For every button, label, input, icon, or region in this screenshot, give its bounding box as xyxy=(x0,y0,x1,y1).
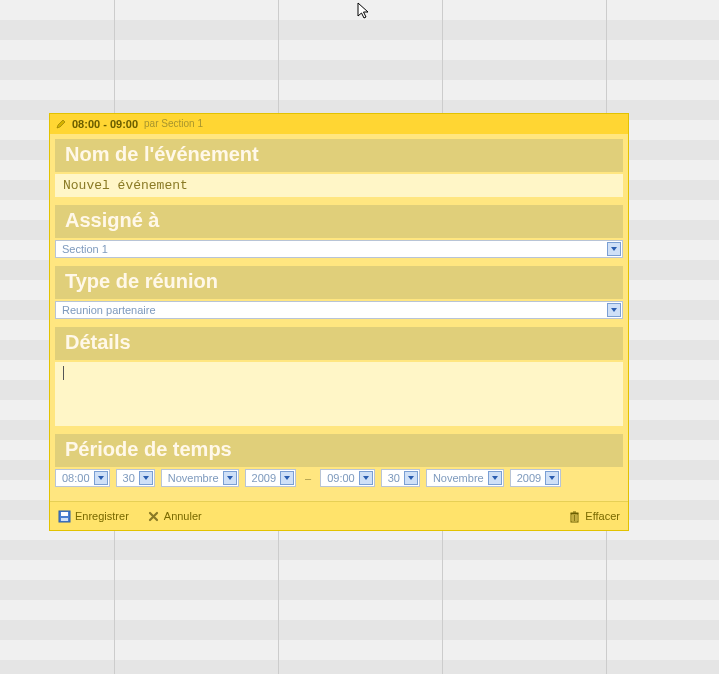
period-row: 08:00 30 Novembre 2009 – 09:00 30 xyxy=(55,469,623,487)
section-header-assigned: Assigné à xyxy=(55,205,623,238)
section-header-period: Période de temps xyxy=(55,434,623,467)
cancel-button[interactable]: Annuler xyxy=(147,510,202,523)
meeting-type-select[interactable]: Reunion partenaire xyxy=(55,301,623,319)
save-button[interactable]: Enregistrer xyxy=(58,510,129,523)
cancel-button-label: Annuler xyxy=(164,510,202,522)
clear-button[interactable]: Effacer xyxy=(568,510,620,523)
assigned-select-value: Section 1 xyxy=(62,243,108,255)
end-min-select[interactable]: 30 xyxy=(381,469,420,487)
start-min-select[interactable]: 30 xyxy=(116,469,155,487)
header-by: par Section 1 xyxy=(144,114,203,134)
chevron-down-icon xyxy=(280,471,294,485)
trash-icon xyxy=(568,510,581,523)
chevron-down-icon xyxy=(359,471,373,485)
save-icon xyxy=(58,510,71,523)
svg-rect-2 xyxy=(61,518,68,521)
pencil-icon xyxy=(56,119,66,129)
chevron-down-icon xyxy=(607,242,621,256)
chevron-down-icon xyxy=(94,471,108,485)
chevron-down-icon xyxy=(223,471,237,485)
cancel-icon xyxy=(147,510,160,523)
event-name-input[interactable]: Nouvel événement xyxy=(55,174,623,197)
save-button-label: Enregistrer xyxy=(75,510,129,522)
chevron-down-icon xyxy=(607,303,621,317)
start-year-select[interactable]: 2009 xyxy=(245,469,296,487)
clear-button-label: Effacer xyxy=(585,510,620,522)
section-header-details: Détails xyxy=(55,327,623,360)
chevron-down-icon xyxy=(404,471,418,485)
end-month-select[interactable]: Novembre xyxy=(426,469,504,487)
start-hour-select[interactable]: 08:00 xyxy=(55,469,110,487)
end-year-select[interactable]: 2009 xyxy=(510,469,561,487)
dialog-header: 08:00 - 09:00 par Section 1 xyxy=(50,114,628,134)
svg-rect-5 xyxy=(573,511,576,512)
svg-rect-4 xyxy=(571,512,579,514)
event-dialog: 08:00 - 09:00 par Section 1 Nom de l'évé… xyxy=(49,113,629,531)
period-separator: – xyxy=(302,472,314,484)
start-month-select[interactable]: Novembre xyxy=(161,469,239,487)
chevron-down-icon xyxy=(545,471,559,485)
details-textarea[interactable] xyxy=(55,362,623,426)
meeting-type-value: Reunion partenaire xyxy=(62,304,156,316)
chevron-down-icon xyxy=(139,471,153,485)
dialog-body: Nom de l'événement Nouvel événement Assi… xyxy=(50,134,628,501)
section-header-name: Nom de l'événement xyxy=(55,139,623,172)
dialog-footer: Enregistrer Annuler Effacer xyxy=(50,501,628,530)
svg-rect-1 xyxy=(61,512,68,516)
chevron-down-icon xyxy=(488,471,502,485)
assigned-select[interactable]: Section 1 xyxy=(55,240,623,258)
text-caret xyxy=(63,366,64,380)
section-header-type: Type de réunion xyxy=(55,266,623,299)
header-time-range: 08:00 - 09:00 xyxy=(72,114,138,134)
end-hour-select[interactable]: 09:00 xyxy=(320,469,375,487)
